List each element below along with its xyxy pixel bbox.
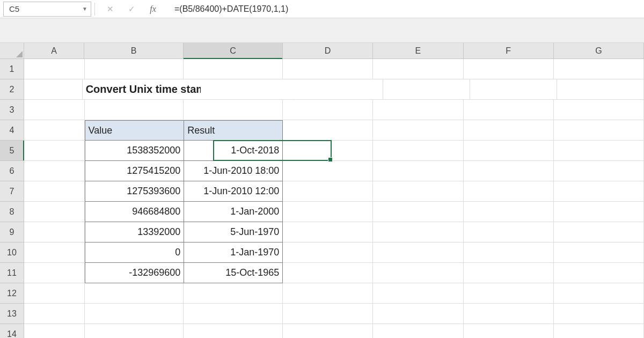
name-box[interactable]: C5 ▼ [3, 2, 91, 17]
cell-C6[interactable]: 1-Jun-2010 18:00 [184, 161, 283, 181]
cell-C4[interactable]: Result [184, 120, 283, 141]
cell-F12[interactable] [464, 283, 554, 304]
cell-G4[interactable] [554, 120, 644, 141]
cell-G9[interactable] [554, 222, 644, 243]
cell-D14[interactable] [283, 324, 373, 338]
cell-F6[interactable] [464, 161, 554, 181]
cell-G14[interactable] [554, 324, 644, 338]
cell-B13[interactable] [85, 304, 184, 324]
cell-G12[interactable] [554, 283, 644, 304]
cell-F1[interactable] [464, 59, 554, 79]
cell-A5[interactable] [24, 141, 85, 161]
cell-F2[interactable] [470, 79, 557, 100]
cell-B3[interactable] [85, 100, 184, 120]
row-header-6[interactable]: 6 [0, 161, 24, 181]
row-header-4[interactable]: 4 [0, 120, 24, 141]
cell-C7[interactable]: 1-Jun-2010 12:00 [184, 181, 283, 202]
cell-C9[interactable]: 5-Jun-1970 [184, 222, 283, 243]
col-header-E[interactable]: E [373, 43, 463, 58]
cell-E11[interactable] [373, 263, 463, 283]
cell-B7[interactable]: 1275393600 [85, 181, 184, 202]
cell-G7[interactable] [554, 181, 644, 202]
cell-D9[interactable] [283, 222, 373, 243]
row-header-5[interactable]: 5 [0, 141, 24, 161]
col-header-G[interactable]: G [554, 43, 644, 58]
cell-B9[interactable]: 13392000 [85, 222, 184, 243]
row-header-11[interactable]: 11 [0, 263, 24, 283]
cell-B2[interactable]: Convert Unix time stamp to Excel date [83, 79, 201, 100]
cell-D12[interactable] [283, 283, 373, 304]
cell-D2[interactable] [296, 79, 383, 100]
cell-D4[interactable] [283, 120, 373, 141]
cell-C13[interactable] [184, 304, 283, 324]
cell-D3[interactable] [283, 100, 373, 120]
row-header-1[interactable]: 1 [0, 59, 24, 79]
cell-C1[interactable] [184, 59, 283, 79]
cell-E13[interactable] [373, 304, 463, 324]
cell-A3[interactable] [24, 100, 85, 120]
col-header-B[interactable]: B [84, 43, 184, 58]
cell-F11[interactable] [464, 263, 554, 283]
cell-E3[interactable] [373, 100, 463, 120]
cell-E5[interactable] [373, 141, 463, 161]
cell-E10[interactable] [373, 243, 463, 263]
cell-F8[interactable] [464, 202, 554, 222]
cell-G5[interactable] [554, 141, 644, 161]
cell-C12[interactable] [184, 283, 283, 304]
row-header-13[interactable]: 13 [0, 304, 24, 324]
row-header-14[interactable]: 14 [0, 324, 24, 338]
cell-A1[interactable] [24, 59, 85, 79]
cell-B12[interactable] [85, 283, 184, 304]
cell-A10[interactable] [24, 243, 85, 263]
row-header-9[interactable]: 9 [0, 222, 24, 243]
cell-D11[interactable] [283, 263, 373, 283]
cell-G8[interactable] [554, 202, 644, 222]
cell-G11[interactable] [554, 263, 644, 283]
col-header-D[interactable]: D [283, 43, 373, 58]
formula-enter-button[interactable]: ✓ [124, 2, 139, 17]
cell-C14[interactable] [184, 324, 283, 338]
cell-F3[interactable] [464, 100, 554, 120]
cell-A11[interactable] [24, 263, 85, 283]
cell-A13[interactable] [24, 304, 85, 324]
cell-B14[interactable] [85, 324, 184, 338]
cell-C10[interactable]: 1-Jan-1970 [184, 243, 283, 263]
cell-G3[interactable] [554, 100, 644, 120]
cell-E12[interactable] [373, 283, 463, 304]
cell-G10[interactable] [554, 243, 644, 263]
cell-B8[interactable]: 946684800 [85, 202, 184, 222]
cell-F14[interactable] [464, 324, 554, 338]
cell-D1[interactable] [283, 59, 373, 79]
insert-function-button[interactable]: fx [145, 2, 160, 17]
cell-C8[interactable]: 1-Jan-2000 [184, 202, 283, 222]
cell-C11[interactable]: 15-Oct-1965 [184, 263, 283, 283]
cell-E7[interactable] [373, 181, 463, 202]
cell-E14[interactable] [373, 324, 463, 338]
cell-B11[interactable]: -132969600 [85, 263, 184, 283]
cell-E4[interactable] [373, 120, 463, 141]
cell-D8[interactable] [283, 202, 373, 222]
row-header-10[interactable]: 10 [0, 243, 24, 263]
cell-A14[interactable] [24, 324, 85, 338]
cell-D10[interactable] [283, 243, 373, 263]
formula-cancel-button[interactable]: ✕ [103, 2, 118, 17]
col-header-F[interactable]: F [464, 43, 554, 58]
cell-A8[interactable] [24, 202, 85, 222]
cell-A9[interactable] [24, 222, 85, 243]
cell-D6[interactable] [283, 161, 373, 181]
cell-B4[interactable]: Value [85, 120, 184, 141]
cell-C2[interactable] [201, 79, 296, 100]
cell-A6[interactable] [24, 161, 85, 181]
cell-B6[interactable]: 1275415200 [85, 161, 184, 181]
cell-A7[interactable] [24, 181, 85, 202]
cell-D13[interactable] [283, 304, 373, 324]
cell-G1[interactable] [554, 59, 644, 79]
cell-F10[interactable] [464, 243, 554, 263]
cell-B5[interactable]: 1538352000 [85, 141, 184, 161]
select-all-corner[interactable] [0, 43, 24, 59]
cell-E2[interactable] [383, 79, 470, 100]
row-header-7[interactable]: 7 [0, 181, 24, 202]
cell-grid[interactable]: Convert Unix time stamp to Excel date [24, 59, 644, 338]
row-header-2[interactable]: 2 [0, 79, 24, 100]
cell-E1[interactable] [373, 59, 463, 79]
